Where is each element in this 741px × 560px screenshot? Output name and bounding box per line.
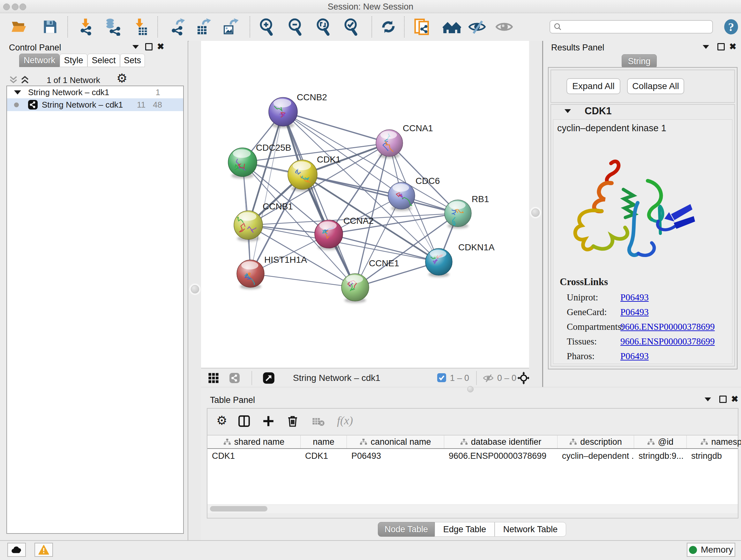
collapse-all-icon[interactable] — [8, 75, 18, 84]
import-network-database-icon[interactable] — [103, 17, 122, 36]
panel-menu-icon[interactable] — [704, 397, 711, 401]
left-splitter[interactable] — [189, 41, 201, 540]
bottom-splitter-handle[interactable] — [467, 386, 474, 392]
panel-menu-icon[interactable] — [703, 45, 709, 49]
table-cell[interactable]: CDK1 — [207, 449, 300, 463]
network-node-ccnb1[interactable] — [234, 211, 263, 241]
right-splitter[interactable] — [529, 41, 543, 387]
panel-float-icon[interactable] — [145, 43, 152, 51]
export-network-icon[interactable] — [168, 17, 187, 36]
horizontal-scrollbar[interactable] — [207, 504, 738, 513]
gear-icon[interactable]: ⚙ — [216, 415, 227, 427]
refresh-icon[interactable] — [379, 17, 398, 36]
collapse-tree-icon[interactable] — [14, 90, 21, 95]
network-node-hist1h1a[interactable] — [237, 260, 264, 289]
expand-all-button[interactable]: Expand All — [566, 78, 620, 94]
grid-view-icon[interactable] — [208, 373, 219, 383]
crosslink-link[interactable]: 9606.ENSP00000378699 — [620, 336, 715, 347]
bottom-splitter[interactable] — [201, 387, 741, 393]
table-cell[interactable]: 9606.ENSP00000378699 — [444, 449, 557, 463]
gear-icon[interactable]: ⚙ — [117, 72, 127, 84]
panel-close-icon[interactable]: ✖ — [729, 44, 737, 50]
table-cell[interactable]: stringdb — [687, 449, 741, 463]
tab-network[interactable]: Network — [19, 54, 60, 67]
network-node-cdc6[interactable] — [388, 182, 415, 211]
network-node-cdk1[interactable] — [288, 160, 317, 191]
table-cell[interactable]: P06493 — [347, 449, 444, 463]
collapse-all-button[interactable]: Collapse All — [627, 78, 684, 94]
export-image-icon[interactable] — [221, 17, 240, 36]
tab-select[interactable]: Select — [87, 54, 120, 67]
column-header-namespace[interactable]: namespace — [687, 435, 741, 448]
home-icon[interactable] — [443, 17, 461, 36]
network-view-title: String Network – cdk1 — [293, 373, 381, 383]
tab-style[interactable]: Style — [60, 54, 87, 67]
crosslink-link[interactable]: P06493 — [620, 292, 649, 303]
copy-document-icon[interactable] — [413, 17, 431, 36]
zoom-selected-icon[interactable] — [342, 17, 360, 36]
birds-eye-view-icon[interactable] — [263, 372, 275, 384]
panel-close-icon[interactable]: ✖ — [157, 44, 164, 50]
tab-node-table[interactable]: Node Table — [378, 522, 434, 537]
network-row-selected[interactable]: String Network – cdk1 11 48 — [7, 98, 183, 111]
zoom-out-icon[interactable] — [286, 17, 305, 36]
expand-all-icon[interactable] — [20, 75, 30, 84]
crosslink-link[interactable]: 9606.ENSP00000378699 — [620, 321, 715, 332]
table-cell[interactable]: cyclin–dependent ... — [557, 449, 634, 463]
column-header-name[interactable]: name — [300, 435, 347, 448]
crosslink-link[interactable]: P06493 — [620, 307, 649, 317]
panel-close-icon[interactable]: ✖ — [731, 396, 738, 402]
hide-eye-icon[interactable] — [468, 17, 486, 36]
network-view-icon[interactable] — [229, 373, 240, 383]
network-collection-row[interactable]: String Network – cdk1 1 — [7, 86, 183, 98]
column-header-description[interactable]: description — [557, 435, 634, 448]
show-eye-icon[interactable] — [495, 17, 514, 36]
crosslink-link[interactable]: P06493 — [620, 351, 649, 361]
warning-icon — [38, 545, 49, 555]
table-row[interactable]: CDK1CDK1P064939606.ENSP00000378699cyclin… — [207, 449, 738, 463]
export-table-icon[interactable] — [195, 17, 213, 36]
scrollbar-thumb[interactable] — [210, 506, 267, 511]
column-header--id[interactable]: @id — [634, 435, 687, 448]
network-node-cdkn1a[interactable] — [425, 248, 452, 277]
cloud-button[interactable] — [7, 543, 26, 557]
zoom-fit-icon[interactable] — [314, 17, 333, 36]
right-splitter-handle[interactable] — [531, 208, 540, 217]
network-node-cdc25b[interactable] — [228, 148, 257, 179]
import-table-icon[interactable] — [130, 17, 149, 36]
column-header-shared-name[interactable]: shared name — [207, 435, 300, 448]
delete-icon[interactable] — [286, 415, 299, 427]
search-input[interactable] — [562, 22, 704, 32]
panel-menu-icon[interactable] — [132, 45, 139, 49]
pan-crosshair-icon[interactable] — [517, 371, 530, 385]
status-bar: Memory — [0, 540, 741, 560]
network-node-rb1[interactable] — [445, 200, 471, 229]
tab-sets[interactable]: Sets — [120, 54, 145, 67]
network-node-ccna1[interactable] — [376, 130, 403, 159]
memory-button[interactable]: Memory — [687, 543, 735, 557]
table-cell[interactable]: CDK1 — [300, 449, 347, 463]
table-cell[interactable]: stringdb:9... — [634, 449, 687, 463]
column-header-database-identifier[interactable]: database identifier — [444, 435, 557, 448]
network-canvas[interactable]: CCNB2CCNA1CDC25BCDK1CDC6RB1CCNB1CCNA2CDK… — [201, 41, 529, 368]
crosslink-label: Pharos: — [567, 351, 595, 361]
left-splitter-handle[interactable] — [191, 285, 199, 294]
help-icon[interactable]: ? — [722, 17, 740, 36]
tab-edge-table[interactable]: Edge Table — [434, 522, 495, 537]
add-column-icon[interactable] — [262, 415, 274, 427]
open-session-icon[interactable] — [10, 17, 28, 36]
selected-checkbox-icon[interactable] — [437, 373, 446, 382]
tab-string[interactable]: String — [622, 54, 657, 68]
column-header-canonical-name[interactable]: canonical name — [347, 435, 444, 448]
save-session-icon[interactable] — [41, 17, 59, 36]
panel-float-icon[interactable] — [719, 395, 727, 403]
import-network-icon[interactable] — [76, 17, 95, 36]
collapse-gene-icon[interactable] — [564, 109, 571, 113]
columns-icon[interactable] — [238, 415, 250, 427]
zoom-in-icon[interactable] — [258, 17, 276, 36]
network-node-ccne1[interactable] — [341, 273, 369, 303]
warning-button[interactable] — [35, 543, 53, 557]
tab-network-table[interactable]: Network Table — [495, 522, 566, 537]
panel-float-icon[interactable] — [718, 43, 725, 51]
network-graph[interactable]: CCNB2CCNA1CDC25BCDK1CDC6RB1CCNB1CCNA2CDK… — [201, 41, 529, 368]
